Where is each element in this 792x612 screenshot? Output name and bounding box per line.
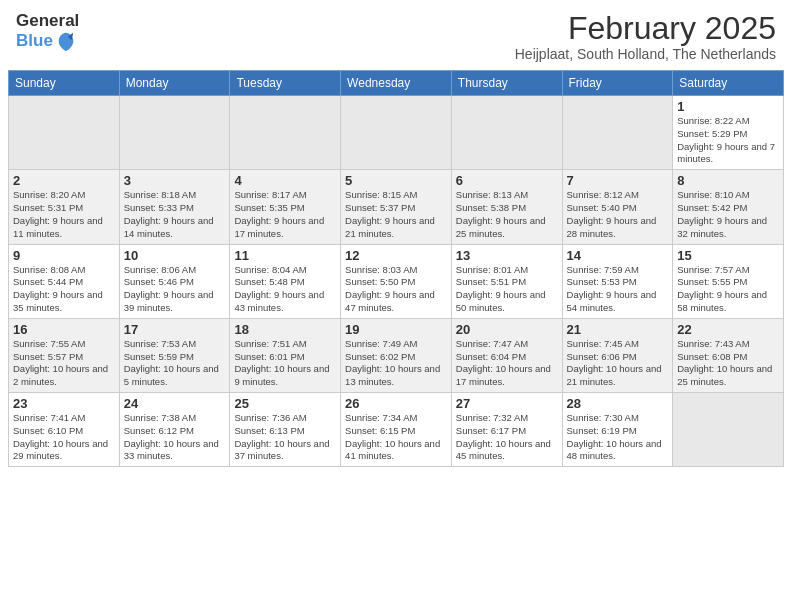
day-info: Sunrise: 8:18 AM Sunset: 5:33 PM Dayligh… [124,189,226,240]
calendar-day-cell [119,96,230,170]
calendar-day-cell: 10Sunrise: 8:06 AM Sunset: 5:46 PM Dayli… [119,244,230,318]
day-info: Sunrise: 8:22 AM Sunset: 5:29 PM Dayligh… [677,115,779,166]
calendar-day-cell: 17Sunrise: 7:53 AM Sunset: 5:59 PM Dayli… [119,318,230,392]
day-number: 14 [567,248,669,263]
day-info: Sunrise: 7:51 AM Sunset: 6:01 PM Dayligh… [234,338,336,389]
calendar-day-cell: 13Sunrise: 8:01 AM Sunset: 5:51 PM Dayli… [451,244,562,318]
calendar-day-cell: 25Sunrise: 7:36 AM Sunset: 6:13 PM Dayli… [230,393,341,467]
calendar-day-cell: 28Sunrise: 7:30 AM Sunset: 6:19 PM Dayli… [562,393,673,467]
day-info: Sunrise: 7:41 AM Sunset: 6:10 PM Dayligh… [13,412,115,463]
day-number: 8 [677,173,779,188]
calendar-day-cell: 16Sunrise: 7:55 AM Sunset: 5:57 PM Dayli… [9,318,120,392]
calendar-day-cell [673,393,784,467]
day-number: 2 [13,173,115,188]
calendar-day-cell: 3Sunrise: 8:18 AM Sunset: 5:33 PM Daylig… [119,170,230,244]
day-info: Sunrise: 7:36 AM Sunset: 6:13 PM Dayligh… [234,412,336,463]
calendar-day-cell [562,96,673,170]
logo-blue: Blue [16,31,79,53]
calendar-week-row: 2Sunrise: 8:20 AM Sunset: 5:31 PM Daylig… [9,170,784,244]
calendar-day-cell: 9Sunrise: 8:08 AM Sunset: 5:44 PM Daylig… [9,244,120,318]
day-number: 7 [567,173,669,188]
calendar-week-row: 9Sunrise: 8:08 AM Sunset: 5:44 PM Daylig… [9,244,784,318]
calendar-day-cell: 21Sunrise: 7:45 AM Sunset: 6:06 PM Dayli… [562,318,673,392]
day-number: 11 [234,248,336,263]
calendar-day-cell: 15Sunrise: 7:57 AM Sunset: 5:55 PM Dayli… [673,244,784,318]
day-info: Sunrise: 8:03 AM Sunset: 5:50 PM Dayligh… [345,264,447,315]
day-number: 3 [124,173,226,188]
day-number: 15 [677,248,779,263]
day-number: 6 [456,173,558,188]
calendar-day-cell: 22Sunrise: 7:43 AM Sunset: 6:08 PM Dayli… [673,318,784,392]
calendar-day-cell: 14Sunrise: 7:59 AM Sunset: 5:53 PM Dayli… [562,244,673,318]
calendar-week-row: 23Sunrise: 7:41 AM Sunset: 6:10 PM Dayli… [9,393,784,467]
day-number: 26 [345,396,447,411]
day-info: Sunrise: 7:34 AM Sunset: 6:15 PM Dayligh… [345,412,447,463]
calendar-week-row: 16Sunrise: 7:55 AM Sunset: 5:57 PM Dayli… [9,318,784,392]
calendar-day-cell [451,96,562,170]
day-number: 21 [567,322,669,337]
month-title: February 2025 [515,12,776,44]
calendar-day-cell: 18Sunrise: 7:51 AM Sunset: 6:01 PM Dayli… [230,318,341,392]
day-number: 4 [234,173,336,188]
calendar-header-row: Sunday Monday Tuesday Wednesday Thursday… [9,71,784,96]
logo: General Blue [16,12,79,53]
day-number: 16 [13,322,115,337]
calendar-day-cell: 11Sunrise: 8:04 AM Sunset: 5:48 PM Dayli… [230,244,341,318]
calendar-week-row: 1Sunrise: 8:22 AM Sunset: 5:29 PM Daylig… [9,96,784,170]
day-number: 18 [234,322,336,337]
day-info: Sunrise: 7:43 AM Sunset: 6:08 PM Dayligh… [677,338,779,389]
day-info: Sunrise: 7:55 AM Sunset: 5:57 PM Dayligh… [13,338,115,389]
calendar-table: Sunday Monday Tuesday Wednesday Thursday… [8,70,784,467]
day-info: Sunrise: 7:30 AM Sunset: 6:19 PM Dayligh… [567,412,669,463]
day-number: 19 [345,322,447,337]
calendar-day-cell: 24Sunrise: 7:38 AM Sunset: 6:12 PM Dayli… [119,393,230,467]
day-number: 12 [345,248,447,263]
calendar-day-cell: 6Sunrise: 8:13 AM Sunset: 5:38 PM Daylig… [451,170,562,244]
day-number: 20 [456,322,558,337]
day-info: Sunrise: 8:13 AM Sunset: 5:38 PM Dayligh… [456,189,558,240]
day-number: 24 [124,396,226,411]
day-number: 13 [456,248,558,263]
col-friday: Friday [562,71,673,96]
calendar-day-cell: 12Sunrise: 8:03 AM Sunset: 5:50 PM Dayli… [341,244,452,318]
title-section: February 2025 Heijplaat, South Holland, … [515,12,776,62]
header: General Blue February 2025 Heijplaat, So… [0,0,792,70]
day-number: 17 [124,322,226,337]
day-info: Sunrise: 7:47 AM Sunset: 6:04 PM Dayligh… [456,338,558,389]
calendar-day-cell: 26Sunrise: 7:34 AM Sunset: 6:15 PM Dayli… [341,393,452,467]
logo-icon [55,31,77,53]
day-info: Sunrise: 7:45 AM Sunset: 6:06 PM Dayligh… [567,338,669,389]
calendar-day-cell: 2Sunrise: 8:20 AM Sunset: 5:31 PM Daylig… [9,170,120,244]
calendar-day-cell [230,96,341,170]
day-info: Sunrise: 8:10 AM Sunset: 5:42 PM Dayligh… [677,189,779,240]
calendar-day-cell: 27Sunrise: 7:32 AM Sunset: 6:17 PM Dayli… [451,393,562,467]
day-number: 23 [13,396,115,411]
day-number: 5 [345,173,447,188]
day-info: Sunrise: 7:38 AM Sunset: 6:12 PM Dayligh… [124,412,226,463]
day-number: 22 [677,322,779,337]
calendar-day-cell: 5Sunrise: 8:15 AM Sunset: 5:37 PM Daylig… [341,170,452,244]
day-number: 10 [124,248,226,263]
calendar-day-cell: 23Sunrise: 7:41 AM Sunset: 6:10 PM Dayli… [9,393,120,467]
col-thursday: Thursday [451,71,562,96]
calendar-day-cell: 7Sunrise: 8:12 AM Sunset: 5:40 PM Daylig… [562,170,673,244]
day-info: Sunrise: 8:20 AM Sunset: 5:31 PM Dayligh… [13,189,115,240]
col-saturday: Saturday [673,71,784,96]
col-sunday: Sunday [9,71,120,96]
day-info: Sunrise: 8:17 AM Sunset: 5:35 PM Dayligh… [234,189,336,240]
calendar-day-cell: 4Sunrise: 8:17 AM Sunset: 5:35 PM Daylig… [230,170,341,244]
calendar-day-cell: 1Sunrise: 8:22 AM Sunset: 5:29 PM Daylig… [673,96,784,170]
day-number: 1 [677,99,779,114]
day-info: Sunrise: 8:08 AM Sunset: 5:44 PM Dayligh… [13,264,115,315]
day-info: Sunrise: 8:12 AM Sunset: 5:40 PM Dayligh… [567,189,669,240]
calendar-day-cell [9,96,120,170]
day-number: 27 [456,396,558,411]
day-info: Sunrise: 7:53 AM Sunset: 5:59 PM Dayligh… [124,338,226,389]
calendar-day-cell: 19Sunrise: 7:49 AM Sunset: 6:02 PM Dayli… [341,318,452,392]
calendar-wrapper: Sunday Monday Tuesday Wednesday Thursday… [0,70,792,475]
calendar-day-cell: 8Sunrise: 8:10 AM Sunset: 5:42 PM Daylig… [673,170,784,244]
calendar-day-cell: 20Sunrise: 7:47 AM Sunset: 6:04 PM Dayli… [451,318,562,392]
day-info: Sunrise: 8:06 AM Sunset: 5:46 PM Dayligh… [124,264,226,315]
logo-general: General [16,12,79,31]
day-info: Sunrise: 8:01 AM Sunset: 5:51 PM Dayligh… [456,264,558,315]
